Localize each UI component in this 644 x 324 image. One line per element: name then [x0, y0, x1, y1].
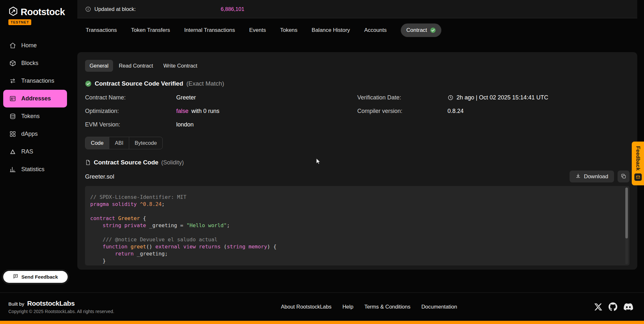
tab-balance-history[interactable]: Balance History — [312, 27, 350, 33]
code-line: pragma solidity ^0.8.24; — [90, 201, 624, 208]
code-line — [90, 208, 624, 215]
code-scrollbar-thumb[interactable] — [625, 188, 628, 238]
rootstocklabs-link[interactable]: RootstockLabs — [27, 300, 75, 307]
send-feedback-button[interactable]: Send Feedback — [3, 271, 68, 283]
sidebar-item-blocks[interactable]: Blocks — [0, 54, 70, 72]
sidebar-item-label: Statistics — [21, 166, 44, 173]
github-icon[interactable] — [609, 302, 617, 311]
sidebar: Rootstock TESTNET HomeBlocksTransactions… — [0, 0, 70, 292]
field-optimization: Optimization:false with 0 runs — [85, 108, 357, 115]
tab-label: Internal Transactions — [184, 27, 235, 33]
codetab-abi[interactable]: ABI — [109, 137, 129, 149]
sidebar-item-statistics[interactable]: Statistics — [0, 161, 70, 178]
field-label: Compiler version: — [357, 108, 447, 115]
copy-button[interactable] — [618, 171, 630, 182]
source-code: // SPDX-License-Identifier: MITpragma so… — [85, 186, 630, 265]
footer-link-terms-conditions[interactable]: Terms & Conditions — [364, 304, 410, 310]
source-title: Contract Source Code — [94, 159, 159, 166]
tab-label: Token Transfers — [131, 27, 170, 33]
download-button[interactable]: Download — [570, 171, 614, 182]
feedback-tab-label: Feedback — [635, 146, 641, 171]
verified-note: (Exact Match) — [187, 80, 224, 87]
sidebar-item-label: Addresses — [21, 95, 51, 102]
sidebar-nav: HomeBlocksTransactionsAddressesTokensdAp… — [0, 37, 70, 178]
footer-link-help[interactable]: Help — [342, 304, 353, 310]
code-line: string private _greeting = "Hello world"… — [90, 222, 624, 229]
testnet-badge: TESTNET — [8, 19, 31, 25]
transactions-icon — [9, 78, 16, 85]
file-row: Greeter.sol Download — [85, 171, 630, 182]
tab-contract[interactable]: Contract — [401, 23, 441, 37]
download-label: Download — [584, 173, 608, 180]
send-feedback-label: Send Feedback — [21, 274, 58, 280]
sidebar-item-home[interactable]: Home — [0, 37, 70, 54]
codetab-bytecode[interactable]: Bytecode — [129, 137, 162, 149]
subtab-read-contract[interactable]: Read Contract — [114, 60, 158, 72]
field-value: london — [176, 121, 194, 128]
addresses-icon — [9, 95, 16, 102]
tab-internal-transactions[interactable]: Internal Transactions — [184, 27, 235, 33]
sidebar-item-label: Blocks — [21, 60, 38, 67]
sidebar-item-tokens[interactable]: Tokens — [0, 107, 70, 125]
fields-left: Contract Name:GreeterOptimization:false … — [85, 94, 357, 135]
sidebar-item-label: dApps — [21, 131, 38, 137]
verified-row: Contract Source Code Verified (Exact Mat… — [85, 80, 630, 87]
tab-transactions[interactable]: Transactions — [86, 27, 117, 33]
feedback-tab[interactable]: Feedback — [632, 142, 644, 185]
field-label: Contract Name: — [85, 94, 176, 101]
copyright-text: Copyright © 2025 RootstockLabs. All righ… — [8, 309, 144, 314]
brand-name: Rootstock — [21, 7, 65, 17]
feedback-message-icon — [13, 273, 18, 280]
brand[interactable]: Rootstock TESTNET — [0, 0, 70, 25]
codetab-code[interactable]: Code — [85, 137, 109, 149]
field-value: Greeter — [176, 94, 196, 101]
built-by-label: Built by — [8, 301, 24, 307]
copy-icon — [621, 173, 626, 180]
subtab-write-contract[interactable]: Write Contract — [159, 60, 202, 72]
verified-title: Contract Source Code Verified — [95, 80, 183, 87]
dapps-icon — [9, 131, 16, 138]
source-code-block[interactable]: // SPDX-License-Identifier: MITpragma so… — [85, 186, 630, 265]
sidebar-item-ras[interactable]: RAS — [0, 143, 70, 161]
field-verification-date: Verification Date:2h ago | Oct 02 2025 1… — [357, 94, 630, 101]
contract-panel: GeneralRead ContractWrite Contract Contr… — [77, 52, 637, 270]
footer-link-about-rootstocklabs[interactable]: About RootstockLabs — [281, 304, 332, 310]
tab-accounts[interactable]: Accounts — [364, 27, 387, 33]
verified-check-icon — [85, 80, 91, 87]
field-evm-version: EVM Version:london — [85, 121, 357, 128]
tab-label: Events — [249, 27, 266, 33]
app-root: Rootstock TESTNET HomeBlocksTransactions… — [0, 0, 644, 324]
tab-events[interactable]: Events — [249, 27, 266, 33]
verified-check-icon — [430, 27, 436, 33]
field-value: 2h ago | Oct 02 2025 15:14:41 UTC — [447, 94, 548, 101]
rootstock-logo-icon — [8, 6, 18, 17]
code-line: function greet() external view returns (… — [90, 243, 624, 250]
ras-icon — [9, 148, 16, 155]
discord-icon[interactable] — [624, 302, 633, 311]
sidebar-item-label: Tokens — [21, 113, 40, 120]
tab-label: Contract — [406, 27, 427, 33]
sidebar-item-addresses[interactable]: Addresses — [3, 90, 67, 107]
source-header: Contract Source Code (Solidity) — [85, 159, 630, 166]
feedback-envelope-icon — [634, 173, 642, 181]
x-icon[interactable] — [594, 303, 602, 311]
subtab-general[interactable]: General — [85, 60, 113, 72]
sidebar-item-dapps[interactable]: dApps — [0, 125, 70, 143]
field-label: Verification Date: — [357, 94, 447, 101]
footer: Built by RootstockLabs Copyright © 2025 … — [0, 292, 644, 321]
field-compiler-version: Compiler version:0.8.24 — [357, 108, 630, 115]
statistics-icon — [9, 166, 16, 173]
code-line: } — [90, 257, 624, 264]
footer-link-documentation[interactable]: Documentation — [421, 304, 457, 310]
blocks-icon — [9, 60, 16, 67]
sidebar-item-transactions[interactable]: Transactions — [0, 72, 70, 90]
tab-token-transfers[interactable]: Token Transfers — [131, 27, 170, 33]
updated-block-bar: Updated at block: 6,886,101 — [77, 0, 637, 18]
bottom-accent-strip — [0, 321, 644, 324]
code-line: // SPDX-License-Identifier: MIT — [90, 194, 624, 201]
tab-label: Tokens — [280, 27, 297, 33]
block-number-link[interactable]: 6,886,101 — [221, 6, 244, 12]
code-line: return _greeting; — [90, 250, 624, 257]
tab-tokens[interactable]: Tokens — [280, 27, 297, 33]
updated-at-block-label: Updated at block: — [94, 6, 136, 12]
